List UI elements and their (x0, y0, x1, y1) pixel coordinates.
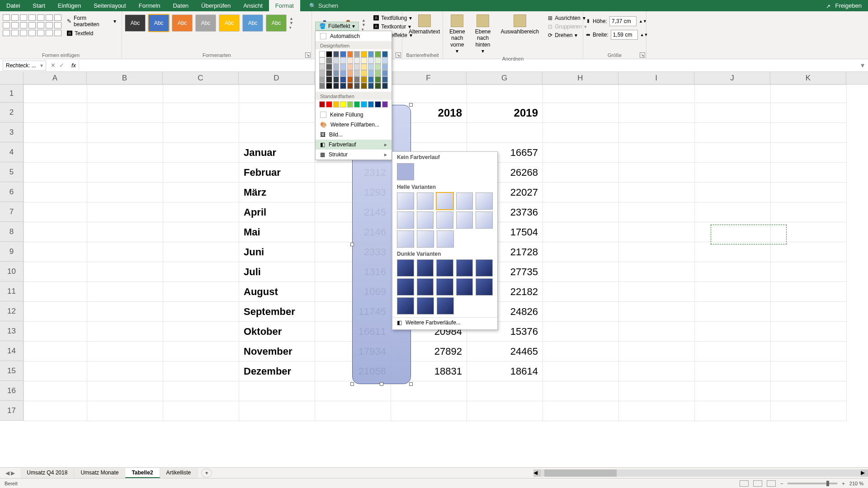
cell[interactable] (163, 222, 239, 242)
cell[interactable] (87, 401, 163, 421)
cell[interactable] (87, 85, 163, 103)
style-swatch[interactable]: Abc (242, 14, 263, 32)
cell[interactable] (543, 282, 619, 302)
cell[interactable] (543, 103, 619, 123)
sheet-tab[interactable]: Umsatz Q4 2018 (20, 468, 74, 478)
color-swatch[interactable] (319, 51, 325, 57)
cell[interactable] (771, 342, 847, 361)
gradient-fill[interactable]: ◧Farbverlauf▸ (316, 140, 392, 150)
cell[interactable]: Januar (239, 143, 315, 163)
row-header[interactable]: 17 (0, 401, 23, 421)
alt-text-button[interactable]: Alternativtext (405, 13, 443, 35)
color-swatch[interactable] (382, 51, 388, 57)
picture-fill[interactable]: 🖼Bild... (316, 130, 392, 140)
fill-automatic[interactable]: Automatisch (316, 31, 392, 41)
row-header[interactable]: 9 (0, 242, 23, 262)
horizontal-scrollbar[interactable]: ◀▶ (533, 469, 868, 477)
style-swatch[interactable]: Abc (172, 14, 193, 32)
cell[interactable] (771, 85, 847, 103)
cell[interactable] (619, 322, 695, 342)
cell[interactable] (771, 302, 847, 322)
cell[interactable]: Oktober (239, 322, 315, 342)
column-header[interactable]: H (542, 72, 618, 84)
cell[interactable] (619, 143, 695, 163)
cell[interactable]: November (239, 342, 315, 361)
cell[interactable] (163, 183, 239, 202)
cell[interactable]: Juni (239, 242, 315, 262)
row-header[interactable]: 4 (0, 142, 23, 162)
cell[interactable] (695, 322, 771, 342)
row-header[interactable]: 2 (0, 103, 23, 122)
color-swatch[interactable] (354, 101, 360, 108)
gradient-light-swatch[interactable] (397, 192, 414, 210)
add-sheet-button[interactable]: + (201, 469, 212, 478)
gradient-light-swatch[interactable] (456, 211, 473, 229)
cell[interactable] (24, 282, 87, 302)
dialog-launcher-icon[interactable]: ↘ (305, 52, 311, 58)
cell[interactable] (391, 401, 467, 421)
color-swatch[interactable] (333, 51, 339, 57)
cell[interactable] (163, 381, 239, 401)
cell[interactable] (543, 85, 619, 103)
cell[interactable]: 2019 (467, 103, 543, 123)
selection-pane-button[interactable]: Auswahlbereich (497, 13, 542, 35)
gradient-dark-swatch[interactable] (417, 297, 434, 314)
cell[interactable] (619, 262, 695, 282)
tab-format[interactable]: Format (269, 0, 300, 11)
height-input[interactable] (609, 16, 637, 26)
color-swatch[interactable] (375, 51, 381, 57)
cell[interactable] (771, 183, 847, 202)
gradient-dark-swatch[interactable] (417, 259, 434, 277)
cell[interactable] (619, 401, 695, 421)
cell[interactable] (163, 103, 239, 123)
cell[interactable] (87, 163, 163, 183)
gradient-dark-swatch[interactable] (397, 259, 414, 277)
gradient-light-swatch[interactable] (417, 230, 434, 248)
gradient-dark-swatch[interactable] (397, 278, 414, 296)
color-swatch[interactable] (354, 51, 360, 57)
enter-icon[interactable]: ✓ (59, 62, 64, 69)
style-swatch[interactable]: Abc (266, 14, 287, 32)
row-header[interactable]: 6 (0, 182, 23, 202)
row-header[interactable]: 12 (0, 301, 23, 321)
shape-style-gallery[interactable]: Abc Abc Abc Abc Abc Abc Abc ▲▼▾ (125, 13, 296, 32)
texture-fill[interactable]: ▦Struktur▸ (316, 150, 392, 160)
cell[interactable] (619, 302, 695, 322)
cell[interactable] (619, 85, 695, 103)
send-backward-button[interactable]: Ebene nach hinten ▾ (472, 13, 495, 55)
select-all-corner[interactable] (0, 72, 24, 84)
cell[interactable] (87, 123, 163, 143)
cell[interactable] (87, 302, 163, 322)
column-header[interactable]: G (467, 72, 542, 84)
cell[interactable] (239, 85, 315, 103)
cell[interactable] (771, 282, 847, 302)
row-header[interactable]: 11 (0, 282, 23, 301)
bring-forward-button[interactable]: Ebene nach vorne ▾ (446, 13, 469, 55)
color-swatch[interactable] (382, 101, 388, 108)
cell[interactable] (543, 381, 619, 401)
cell[interactable] (163, 262, 239, 282)
cell[interactable] (24, 183, 87, 202)
color-swatch[interactable] (340, 51, 346, 57)
color-swatch[interactable] (368, 51, 374, 57)
edit-shape-button[interactable]: ✎ Form bearbeiten▾ (64, 14, 119, 28)
cell[interactable] (695, 262, 771, 282)
style-swatch[interactable]: Abc (219, 14, 240, 32)
shape-fill-button[interactable]: 🪣 Fülleffekt ▾ (315, 22, 359, 31)
cell[interactable] (239, 103, 315, 123)
cell[interactable] (771, 123, 847, 143)
cell[interactable] (87, 183, 163, 202)
more-gradients[interactable]: ◧ Weitere Farbverläufe... (392, 317, 497, 328)
share-button[interactable]: Freigeben (826, 2, 862, 9)
cell[interactable] (543, 202, 619, 222)
gradient-dark-swatch[interactable] (437, 297, 454, 314)
cell[interactable]: April (239, 202, 315, 222)
cell[interactable] (163, 322, 239, 342)
cell[interactable] (239, 401, 315, 421)
sheet-tab[interactable]: Artikelliste (160, 468, 198, 478)
cell[interactable] (24, 342, 87, 361)
cell[interactable] (163, 123, 239, 143)
color-swatch[interactable] (368, 101, 374, 108)
row-header[interactable]: 7 (0, 202, 23, 222)
cell[interactable] (24, 262, 87, 282)
